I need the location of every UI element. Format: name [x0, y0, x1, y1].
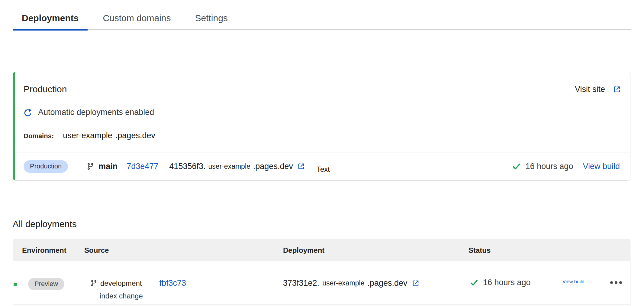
ellipsis-icon: [619, 281, 622, 284]
success-check-icon: [470, 278, 478, 287]
url-suffix: .pages.dev: [367, 278, 407, 288]
view-build-link[interactable]: View build: [583, 162, 620, 171]
tab-custom-domains[interactable]: Custom domains: [94, 6, 180, 31]
url-subdomain: user-example: [208, 162, 250, 171]
deployment-url-link[interactable]: 415356f3. user-example .pages.dev: [169, 162, 305, 171]
row-actions-menu-button[interactable]: [610, 281, 624, 284]
branch-name: main: [98, 162, 118, 171]
external-link-icon: [297, 162, 305, 170]
table-row: Preview development fbf3c73 index change…: [13, 261, 630, 304]
tab-settings[interactable]: Settings: [186, 6, 237, 31]
commit-link[interactable]: 7d3e477: [127, 162, 158, 171]
tab-deployments[interactable]: Deployments: [13, 6, 88, 31]
url-subdomain: user-example: [322, 279, 364, 287]
table-header-row: Environment Source Deployment Status: [13, 239, 630, 261]
deployments-table: Environment Source Deployment Status Pre…: [13, 239, 630, 306]
external-link-icon: [412, 279, 420, 287]
url-prefix: 373f31e2.: [283, 278, 319, 288]
git-branch-icon: [90, 280, 97, 287]
deployment-url-link[interactable]: 373f31e2. user-example .pages.dev: [283, 278, 420, 288]
production-card: Production Visit site Automatic deployme…: [13, 72, 630, 181]
tab-bar: Deployments Custom domains Settings: [13, 6, 631, 30]
environment-badge-production: Production: [24, 160, 68, 173]
auto-deployments-text: Automatic deployments enabled: [38, 108, 154, 117]
production-deployment-row: Production main 7d3e477 415356f3. user-e…: [15, 152, 630, 180]
deployment-time: 16 hours ago: [483, 278, 531, 287]
note-text: Text: [317, 165, 330, 174]
next-row-partial: [14, 283, 17, 286]
visit-site-link[interactable]: Visit site: [575, 85, 621, 94]
domains-label: Domains:: [24, 132, 54, 140]
external-link-icon: [613, 85, 621, 93]
domain-suffix: .pages.dev: [115, 131, 155, 140]
success-check-icon: [512, 162, 521, 171]
domain-subdomain: user-example: [63, 131, 112, 140]
refresh-icon: [24, 108, 32, 117]
url-suffix: .pages.dev: [253, 162, 293, 171]
production-card-title: Production: [24, 84, 67, 94]
ellipsis-icon: [610, 281, 613, 284]
view-build-link[interactable]: View build: [562, 279, 584, 285]
git-branch-icon: [87, 163, 94, 170]
commit-message: index change: [100, 292, 143, 300]
column-header-environment: Environment: [22, 239, 66, 261]
deployment-time: 16 hours ago: [526, 162, 573, 171]
visit-site-label: Visit site: [575, 85, 605, 94]
column-header-source: Source: [84, 239, 109, 261]
branch-name: development: [100, 279, 142, 288]
all-deployments-title: All deployments: [13, 219, 77, 229]
environment-badge-preview: Preview: [28, 278, 64, 290]
column-header-status: Status: [469, 239, 491, 261]
commit-link[interactable]: fbf3c73: [159, 278, 186, 288]
url-prefix: 415356f3.: [169, 162, 205, 171]
ellipsis-icon: [615, 281, 617, 284]
column-header-deployment: Deployment: [283, 239, 324, 261]
